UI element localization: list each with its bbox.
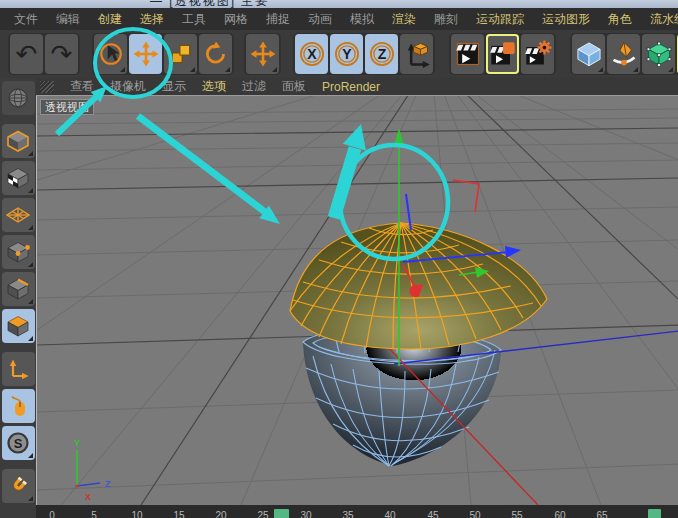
scale-tool-button[interactable] bbox=[164, 34, 197, 74]
globe-button[interactable] bbox=[2, 81, 35, 115]
svg-text:Z: Z bbox=[105, 479, 111, 489]
axis-indicator: Y Z X bbox=[74, 438, 111, 502]
last-used-tool-button[interactable] bbox=[246, 34, 279, 74]
menu-animate[interactable]: 动画 bbox=[308, 11, 332, 28]
model-mode-icon bbox=[6, 129, 30, 153]
menu-file[interactable]: 文件 bbox=[14, 11, 38, 28]
timeline-tick: 30 bbox=[296, 510, 316, 518]
mouse-icon bbox=[6, 394, 30, 418]
vpmenu-filter[interactable]: 过滤 bbox=[242, 78, 266, 95]
cube-object-icon bbox=[575, 40, 603, 68]
render-picture-viewer-button[interactable] bbox=[486, 34, 519, 74]
lock-y-axis-button[interactable]: Y bbox=[330, 34, 363, 74]
workplane-mode-button[interactable] bbox=[2, 198, 35, 232]
vpmenu-cameras[interactable]: 摄像机 bbox=[110, 78, 146, 95]
frame-marker-end[interactable] bbox=[648, 509, 661, 518]
polygons-mode-button[interactable] bbox=[2, 309, 35, 343]
texture-mode-icon bbox=[6, 166, 30, 190]
timeline-tick: 40 bbox=[380, 510, 400, 518]
menu-tools[interactable]: 工具 bbox=[182, 11, 206, 28]
timeline-tick: 45 bbox=[423, 510, 443, 518]
edges-mode-button[interactable] bbox=[2, 272, 35, 306]
viewport-menubar: 查看 摄像机 显示 选项 过滤 面板 ProRender bbox=[36, 78, 678, 96]
current-frame-marker[interactable] bbox=[274, 509, 289, 518]
menu-select[interactable]: 选择 bbox=[140, 11, 164, 28]
menu-snap[interactable]: 捕捉 bbox=[266, 11, 290, 28]
menu-pipeline[interactable]: 流水线 bbox=[650, 11, 678, 28]
spline-pen-button[interactable] bbox=[607, 34, 640, 74]
move-icon bbox=[133, 41, 159, 67]
vpmenu-display[interactable]: 显示 bbox=[162, 78, 186, 95]
lock-z-axis-button[interactable]: Z bbox=[365, 34, 398, 74]
z-axis-icon: Z bbox=[368, 40, 396, 68]
menu-edit[interactable]: 编辑 bbox=[56, 11, 80, 28]
window-title-bar: — [透视视图] 主要 bbox=[0, 0, 678, 8]
rotate-icon bbox=[203, 41, 229, 67]
render-settings-button[interactable] bbox=[521, 34, 554, 74]
move-tool-button[interactable] bbox=[129, 34, 162, 74]
scale-icon bbox=[168, 41, 194, 67]
timeline-tick: 15 bbox=[169, 510, 189, 518]
add-cube-object-button[interactable] bbox=[572, 34, 605, 74]
window-title-text: — [透视视图] 主要 bbox=[150, 0, 269, 8]
svg-text:Y: Y bbox=[74, 438, 80, 448]
undo-button[interactable]: ↶ bbox=[10, 34, 43, 74]
globe-icon bbox=[6, 86, 30, 110]
vpmenu-prorender[interactable]: ProRender bbox=[322, 80, 380, 94]
magnet-icon bbox=[6, 474, 30, 498]
redo-icon: ↷ bbox=[51, 41, 73, 67]
gizmo-plane-handle bbox=[453, 180, 479, 212]
vpmenu-options[interactable]: 选项 bbox=[202, 78, 226, 95]
render-view-button[interactable] bbox=[451, 34, 484, 74]
y-axis-icon: Y bbox=[333, 40, 361, 68]
scene-canvas: Y Z X bbox=[37, 96, 678, 505]
menu-sculpt[interactable]: 雕刻 bbox=[434, 11, 458, 28]
vpmenu-view[interactable]: 查看 bbox=[70, 78, 94, 95]
menu-motion-tracker[interactable]: 运动跟踪 bbox=[476, 11, 524, 28]
vpmenu-panel[interactable]: 面板 bbox=[282, 78, 306, 95]
model-mode-button[interactable] bbox=[2, 124, 35, 158]
timeline-ruler[interactable]: 0 5 10 15 20 25 30 35 40 45 50 55 60 65 bbox=[36, 505, 678, 518]
viewport-label[interactable]: 透视视图 bbox=[40, 99, 94, 115]
menu-mesh[interactable]: 网格 bbox=[224, 11, 248, 28]
magnet-button[interactable] bbox=[2, 469, 35, 503]
live-selection-icon bbox=[98, 41, 124, 67]
menu-render[interactable]: 渲染 bbox=[392, 11, 416, 28]
menu-create[interactable]: 创建 bbox=[98, 11, 122, 28]
timeline-tick: 0 bbox=[42, 510, 62, 518]
timeline-tick: 25 bbox=[253, 510, 273, 518]
tweak-mode-button[interactable] bbox=[2, 389, 35, 423]
workplane-mode-icon bbox=[6, 203, 30, 227]
main-toolbar: ↶ ↷ bbox=[0, 30, 678, 78]
enable-axis-button[interactable] bbox=[2, 352, 35, 386]
gizmo-z-arrowhead bbox=[505, 246, 521, 258]
texture-mode-button[interactable] bbox=[2, 161, 35, 195]
redo-button[interactable]: ↷ bbox=[45, 34, 78, 74]
render-settings-icon bbox=[524, 40, 552, 68]
subdivision-surface-button[interactable] bbox=[642, 34, 675, 74]
edges-mode-icon bbox=[6, 277, 30, 301]
viewport-menu-grip[interactable] bbox=[40, 81, 54, 93]
render-picture-viewer-icon bbox=[489, 40, 517, 68]
coordinate-system-button[interactable] bbox=[400, 34, 433, 74]
rotate-tool-button[interactable] bbox=[199, 34, 232, 74]
main-menubar: 文件 编辑 创建 选择 工具 网格 捕捉 动画 模拟 渲染 雕刻 运动跟踪 运动… bbox=[0, 8, 678, 30]
svg-text:Z: Z bbox=[377, 46, 386, 62]
snap-button[interactable]: S bbox=[2, 426, 35, 460]
perspective-viewport[interactable]: Y Z X 透视视图 bbox=[36, 96, 678, 505]
x-axis-icon: X bbox=[298, 40, 326, 68]
points-mode-icon bbox=[6, 240, 30, 264]
svg-text:S: S bbox=[14, 436, 23, 451]
coordinate-system-icon bbox=[403, 40, 431, 68]
timeline-tick: 50 bbox=[465, 510, 485, 518]
points-mode-button[interactable] bbox=[2, 235, 35, 269]
live-selection-button[interactable] bbox=[94, 34, 127, 74]
menu-mograph[interactable]: 运动图形 bbox=[542, 11, 590, 28]
timeline-tick: 5 bbox=[84, 510, 104, 518]
lock-x-axis-button[interactable]: X bbox=[295, 34, 328, 74]
menu-simulate[interactable]: 模拟 bbox=[350, 11, 374, 28]
mode-palette: S bbox=[0, 78, 36, 518]
timeline-tick: 20 bbox=[211, 510, 231, 518]
gizmo-y-arrowhead bbox=[394, 128, 404, 146]
menu-character[interactable]: 角色 bbox=[608, 11, 632, 28]
